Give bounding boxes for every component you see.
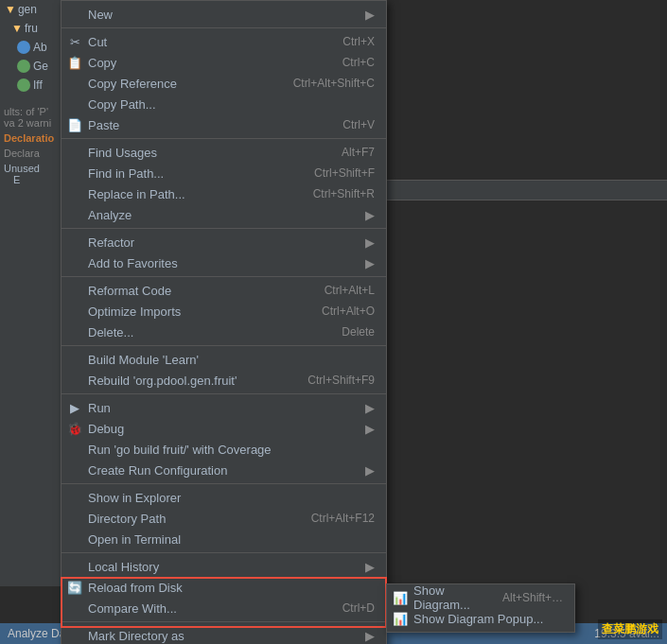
menu-item-run-coverage[interactable]: Run 'go build fruit/' with Coverage [61, 439, 386, 460]
menu-item-refactor[interactable]: Refactor▶ [61, 232, 386, 252]
tree-ab[interactable]: Ab [0, 38, 61, 57]
paste-shortcut: Ctrl+V [342, 118, 375, 131]
menu-item-add-to-favorites[interactable]: Add to Favorites▶ [61, 252, 386, 273]
show-diagram-shortcut: Alt+Shift+… [502, 591, 563, 604]
refactor-arrow: ▶ [365, 235, 375, 250]
replace-in-path-shortcut: Ctrl+Shift+R [313, 187, 375, 200]
menu-item-find-in-path[interactable]: Find in Path...Ctrl+Shift+F [61, 163, 386, 183]
diagrams-submenu: 📊Show Diagram...Alt+Shift+…📊Show Diagram… [386, 583, 575, 633]
analyze-arrow: ▶ [365, 208, 375, 222]
status-left: Analyze Da [8, 627, 65, 640]
unused-text: Unused E [0, 161, 61, 187]
tree-fru[interactable]: ▼ fru [0, 19, 61, 38]
menu-item-run[interactable]: ▶Run▶ [61, 397, 386, 418]
cut-icon: ✂ [67, 34, 82, 49]
show-in-explorer-label: Show in Explorer [88, 491, 375, 505]
optimize-imports-label: Optimize Imports [88, 305, 303, 319]
menu-item-replace-in-path[interactable]: Replace in Path...Ctrl+Shift+R [61, 183, 386, 204]
debug-label: Debug [88, 422, 360, 436]
run-label: Run [88, 401, 360, 415]
menu-item-find-usages[interactable]: Find UsagesAlt+F7 [61, 142, 386, 163]
menu-item-directory-path[interactable]: Directory PathCtrl+Alt+F12 [61, 508, 386, 529]
separator-after-open-in-terminal [61, 552, 386, 553]
menu-item-copy-reference[interactable]: Copy ReferenceCtrl+Alt+Shift+C [61, 73, 386, 94]
separator-after-delete [61, 345, 386, 346]
directory-path-label: Directory Path [88, 512, 292, 526]
find-in-path-label: Find in Path... [88, 166, 295, 181]
separator-after-new [61, 27, 386, 28]
add-to-favorites-arrow: ▶ [365, 256, 375, 270]
menu-item-compare-with[interactable]: Compare With...Ctrl+D [61, 598, 386, 618]
results-text: ults: of 'P' [4, 106, 57, 117]
rebuild-shortcut: Ctrl+Shift+F9 [307, 374, 375, 387]
menu-item-reload-from-disk[interactable]: 🔄Reload from Disk [61, 577, 386, 598]
directory-path-shortcut: Ctrl+Alt+F12 [311, 512, 375, 525]
menu-item-local-history[interactable]: Local History▶ [61, 556, 386, 577]
show-diagram-icon: 📊 [393, 590, 408, 605]
create-run-config-label: Create Run Configuration [88, 463, 360, 478]
copy-path-label: Copy Path... [88, 97, 375, 112]
optimize-imports-shortcut: Ctrl+Alt+O [322, 305, 375, 318]
run-arrow: ▶ [365, 401, 375, 415]
menu-item-open-in-terminal[interactable]: Open in Terminal [61, 529, 386, 549]
reload-from-disk-label: Reload from Disk [88, 581, 375, 595]
submenu-item-show-diagram[interactable]: 📊Show Diagram...Alt+Shift+… [387, 587, 574, 608]
local-history-arrow: ▶ [365, 560, 375, 574]
copy-icon: 📋 [67, 55, 82, 70]
menu-item-cut[interactable]: ✂CutCtrl+X [61, 31, 386, 52]
mark-directory-as-label: Mark Directory as [88, 629, 360, 643]
show-diagram-popup-icon: 📊 [393, 611, 408, 626]
tree-gen[interactable]: ▼ gen [0, 0, 61, 19]
separator-after-add-to-favorites [61, 276, 386, 277]
menu-item-build-module[interactable]: Build Module 'Learn' [61, 349, 386, 370]
analyze-label: Analyze [88, 208, 360, 222]
copy-shortcut: Ctrl+C [342, 56, 375, 69]
compare-with-label: Compare With... [88, 601, 324, 616]
menu-item-copy-path[interactable]: Copy Path... [61, 94, 386, 114]
rebuild-label: Rebuild 'org.pdool.gen.fruit' [88, 374, 289, 388]
separator-after-analyze [61, 228, 386, 229]
copy-reference-label: Copy Reference [88, 77, 274, 91]
menu-item-analyze[interactable]: Analyze▶ [61, 204, 386, 225]
submenu-item-show-diagram-popup[interactable]: 📊Show Diagram Popup... [387, 608, 574, 629]
warnings-text: va 2 warni [4, 117, 57, 129]
tree-iff[interactable]: Iff [0, 76, 61, 95]
cut-label: Cut [88, 35, 324, 49]
paste-label: Paste [88, 118, 324, 132]
add-to-favorites-label: Add to Favorites [88, 256, 360, 270]
menu-item-show-in-explorer[interactable]: Show in Explorer [61, 487, 386, 508]
new-label: New [88, 8, 360, 22]
menu-item-rebuild[interactable]: Rebuild 'org.pdool.gen.fruit'Ctrl+Shift+… [61, 370, 386, 391]
cut-shortcut: Ctrl+X [342, 35, 375, 48]
show-diagram-popup-label: Show Diagram Popup... [413, 612, 563, 626]
menu-item-create-run-config[interactable]: Create Run Configuration▶ [61, 460, 386, 480]
local-history-label: Local History [88, 560, 360, 574]
replace-in-path-label: Replace in Path... [88, 187, 294, 201]
find-usages-label: Find Usages [88, 146, 323, 160]
menu-item-reformat-code[interactable]: Reformat CodeCtrl+Alt+L [61, 280, 386, 301]
new-arrow: ▶ [365, 8, 375, 22]
refactor-label: Refactor [88, 235, 360, 250]
menu-item-paste[interactable]: 📄PasteCtrl+V [61, 114, 386, 135]
reload-from-disk-icon: 🔄 [67, 580, 82, 595]
build-module-label: Build Module 'Learn' [88, 353, 375, 367]
delete-shortcut: Delete [342, 325, 375, 339]
copy-label: Copy [88, 56, 324, 70]
separator-after-rebuild [61, 393, 386, 394]
menu-item-new[interactable]: New▶ [61, 4, 386, 25]
delete-label: Delete... [88, 325, 323, 339]
tree-ge[interactable]: Ge [0, 57, 61, 76]
debug-icon: 🐞 [67, 421, 82, 436]
menu-item-debug[interactable]: 🐞Debug▶ [61, 418, 386, 439]
menu-item-copy[interactable]: 📋CopyCtrl+C [61, 52, 386, 73]
reformat-code-shortcut: Ctrl+Alt+L [325, 284, 375, 297]
find-usages-shortcut: Alt+F7 [342, 146, 375, 159]
run-coverage-label: Run 'go build fruit/' with Coverage [88, 443, 375, 457]
separator-after-create-run-config [61, 483, 386, 484]
menu-item-delete[interactable]: Delete...Delete [61, 322, 386, 342]
open-in-terminal-label: Open in Terminal [88, 532, 375, 547]
mark-directory-as-arrow: ▶ [365, 629, 375, 643]
watermark: 查菜鹏游戏 [598, 619, 662, 639]
menu-item-optimize-imports[interactable]: Optimize ImportsCtrl+Alt+O [61, 301, 386, 322]
menu-item-mark-directory-as[interactable]: Mark Directory as▶ [61, 625, 386, 644]
